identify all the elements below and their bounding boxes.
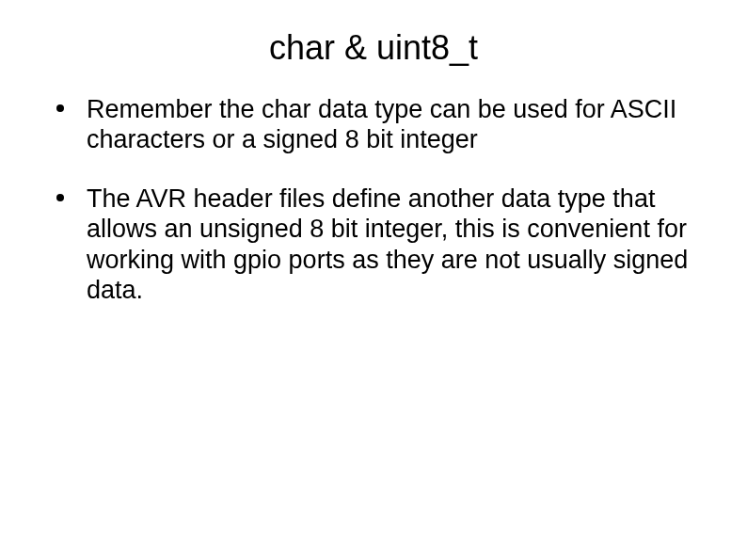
bullet-item: The AVR header files define another data…: [56, 184, 709, 306]
bullet-item: Remember the char data type can be used …: [56, 94, 709, 155]
slide: char & uint8_t Remember the char data ty…: [0, 0, 747, 560]
bullet-list: Remember the char data type can be used …: [38, 94, 709, 305]
slide-title: char & uint8_t: [38, 28, 709, 68]
